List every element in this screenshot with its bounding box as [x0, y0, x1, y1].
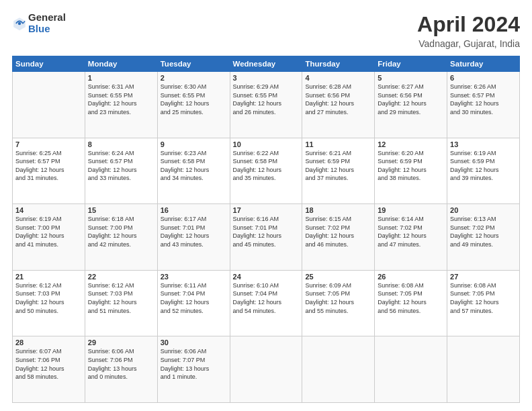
day-number: 25: [305, 273, 371, 281]
day-info: Sunrise: 6:21 AM Sunset: 6:59 PM Dayligh…: [305, 149, 371, 183]
calendar-week-row: 7Sunrise: 6:25 AM Sunset: 6:57 PM Daylig…: [13, 138, 520, 204]
day-info: Sunrise: 6:22 AM Sunset: 6:58 PM Dayligh…: [233, 149, 300, 183]
day-info: Sunrise: 6:10 AM Sunset: 7:04 PM Dayligh…: [233, 281, 300, 315]
day-number: 13: [450, 140, 517, 148]
day-info: Sunrise: 6:06 AM Sunset: 7:07 PM Dayligh…: [161, 347, 227, 381]
table-row: 30Sunrise: 6:06 AM Sunset: 7:07 PM Dayli…: [157, 336, 230, 403]
table-row: 13Sunrise: 6:19 AM Sunset: 6:59 PM Dayli…: [447, 138, 520, 204]
table-row: [302, 336, 375, 403]
table-row: 5Sunrise: 6:27 AM Sunset: 6:56 PM Daylig…: [375, 72, 447, 138]
day-number: 1: [88, 74, 154, 82]
day-number: 29: [88, 338, 154, 347]
logo-text: General Blue: [28, 12, 66, 34]
calendar-table: Sunday Monday Tuesday Wednesday Thursday…: [12, 56, 520, 403]
month-title: April 2024: [417, 12, 520, 37]
table-row: 3Sunrise: 6:29 AM Sunset: 6:55 PM Daylig…: [230, 72, 302, 138]
table-row: [13, 72, 85, 138]
day-number: 21: [15, 273, 82, 281]
day-info: Sunrise: 6:11 AM Sunset: 7:04 PM Dayligh…: [161, 281, 227, 315]
logo-general-text: General: [28, 12, 66, 24]
logo: General Blue: [12, 12, 66, 34]
day-number: 18: [305, 206, 371, 214]
logo-blue-text: Blue: [28, 24, 66, 35]
calendar-week-row: 28Sunrise: 6:07 AM Sunset: 7:06 PM Dayli…: [13, 336, 520, 403]
day-number: 3: [233, 74, 300, 82]
table-row: 16Sunrise: 6:17 AM Sunset: 7:01 PM Dayli…: [157, 204, 230, 271]
day-number: 24: [233, 273, 300, 281]
day-number: 7: [15, 140, 82, 148]
day-number: 26: [378, 273, 444, 281]
table-row: 27Sunrise: 6:08 AM Sunset: 7:05 PM Dayli…: [447, 270, 520, 336]
table-row: 21Sunrise: 6:12 AM Sunset: 7:03 PM Dayli…: [13, 270, 85, 336]
day-info: Sunrise: 6:28 AM Sunset: 6:56 PM Dayligh…: [305, 83, 371, 116]
day-info: Sunrise: 6:19 AM Sunset: 6:59 PM Dayligh…: [450, 149, 517, 183]
day-info: Sunrise: 6:17 AM Sunset: 7:01 PM Dayligh…: [161, 215, 227, 248]
location: Vadnagar, Gujarat, India: [417, 38, 520, 49]
table-row: [230, 336, 302, 403]
header-sunday: Sunday: [13, 56, 85, 72]
table-row: [447, 336, 520, 403]
table-row: 1Sunrise: 6:31 AM Sunset: 6:55 PM Daylig…: [85, 72, 157, 138]
day-info: Sunrise: 6:15 AM Sunset: 7:02 PM Dayligh…: [305, 215, 371, 248]
day-info: Sunrise: 6:24 AM Sunset: 6:57 PM Dayligh…: [88, 149, 154, 183]
day-number: 28: [15, 338, 82, 347]
day-info: Sunrise: 6:30 AM Sunset: 6:55 PM Dayligh…: [161, 83, 227, 116]
table-row: 8Sunrise: 6:24 AM Sunset: 6:57 PM Daylig…: [85, 138, 157, 204]
day-number: 27: [450, 273, 517, 281]
title-block: April 2024 Vadnagar, Gujarat, India: [417, 12, 520, 49]
day-number: 12: [378, 140, 444, 148]
table-row: 26Sunrise: 6:08 AM Sunset: 7:05 PM Dayli…: [375, 270, 447, 336]
day-info: Sunrise: 6:25 AM Sunset: 6:57 PM Dayligh…: [15, 149, 82, 183]
header-wednesday: Wednesday: [230, 56, 302, 72]
header-thursday: Thursday: [302, 56, 375, 72]
calendar-week-row: 14Sunrise: 6:19 AM Sunset: 7:00 PM Dayli…: [13, 204, 520, 271]
day-number: 10: [233, 140, 300, 148]
day-number: 23: [161, 273, 227, 281]
table-row: 20Sunrise: 6:13 AM Sunset: 7:02 PM Dayli…: [447, 204, 520, 271]
table-row: 4Sunrise: 6:28 AM Sunset: 6:56 PM Daylig…: [302, 72, 375, 138]
table-row: 10Sunrise: 6:22 AM Sunset: 6:58 PM Dayli…: [230, 138, 302, 204]
table-row: 15Sunrise: 6:18 AM Sunset: 7:00 PM Dayli…: [85, 204, 157, 271]
day-number: 2: [161, 74, 227, 82]
day-number: 14: [15, 206, 82, 214]
day-info: Sunrise: 6:08 AM Sunset: 7:05 PM Dayligh…: [378, 281, 444, 315]
table-row: 17Sunrise: 6:16 AM Sunset: 7:01 PM Dayli…: [230, 204, 302, 271]
day-info: Sunrise: 6:16 AM Sunset: 7:01 PM Dayligh…: [233, 215, 300, 248]
day-info: Sunrise: 6:07 AM Sunset: 7:06 PM Dayligh…: [15, 347, 82, 381]
day-number: 15: [88, 206, 154, 214]
day-info: Sunrise: 6:09 AM Sunset: 7:05 PM Dayligh…: [305, 281, 371, 315]
day-info: Sunrise: 6:20 AM Sunset: 6:59 PM Dayligh…: [378, 149, 444, 183]
day-info: Sunrise: 6:27 AM Sunset: 6:56 PM Dayligh…: [378, 83, 444, 116]
day-info: Sunrise: 6:29 AM Sunset: 6:55 PM Dayligh…: [233, 83, 300, 116]
table-row: 19Sunrise: 6:14 AM Sunset: 7:02 PM Dayli…: [375, 204, 447, 271]
table-row: 24Sunrise: 6:10 AM Sunset: 7:04 PM Dayli…: [230, 270, 302, 336]
table-row: 14Sunrise: 6:19 AM Sunset: 7:00 PM Dayli…: [13, 204, 85, 271]
day-number: 30: [161, 338, 227, 347]
table-row: 11Sunrise: 6:21 AM Sunset: 6:59 PM Dayli…: [302, 138, 375, 204]
table-row: 23Sunrise: 6:11 AM Sunset: 7:04 PM Dayli…: [157, 270, 230, 336]
table-row: [375, 336, 447, 403]
day-info: Sunrise: 6:12 AM Sunset: 7:03 PM Dayligh…: [88, 281, 154, 315]
day-number: 16: [161, 206, 227, 214]
day-info: Sunrise: 6:19 AM Sunset: 7:00 PM Dayligh…: [15, 215, 82, 248]
header: General Blue April 2024 Vadnagar, Gujara…: [12, 12, 520, 49]
header-monday: Monday: [85, 56, 157, 72]
page: General Blue April 2024 Vadnagar, Gujara…: [0, 0, 532, 411]
header-saturday: Saturday: [447, 56, 520, 72]
calendar-week-row: 21Sunrise: 6:12 AM Sunset: 7:03 PM Dayli…: [13, 270, 520, 336]
table-row: 28Sunrise: 6:07 AM Sunset: 7:06 PM Dayli…: [13, 336, 85, 403]
day-number: 17: [233, 206, 300, 214]
table-row: 2Sunrise: 6:30 AM Sunset: 6:55 PM Daylig…: [157, 72, 230, 138]
day-info: Sunrise: 6:06 AM Sunset: 7:06 PM Dayligh…: [88, 347, 154, 381]
logo-icon: [12, 16, 27, 31]
day-number: 5: [378, 74, 444, 82]
day-info: Sunrise: 6:26 AM Sunset: 6:57 PM Dayligh…: [450, 83, 517, 116]
day-info: Sunrise: 6:12 AM Sunset: 7:03 PM Dayligh…: [15, 281, 82, 315]
table-row: 25Sunrise: 6:09 AM Sunset: 7:05 PM Dayli…: [302, 270, 375, 336]
day-number: 8: [88, 140, 154, 148]
day-number: 4: [305, 74, 371, 82]
day-info: Sunrise: 6:31 AM Sunset: 6:55 PM Dayligh…: [88, 83, 154, 116]
table-row: 6Sunrise: 6:26 AM Sunset: 6:57 PM Daylig…: [447, 72, 520, 138]
day-info: Sunrise: 6:14 AM Sunset: 7:02 PM Dayligh…: [378, 215, 444, 248]
day-number: 11: [305, 140, 371, 148]
